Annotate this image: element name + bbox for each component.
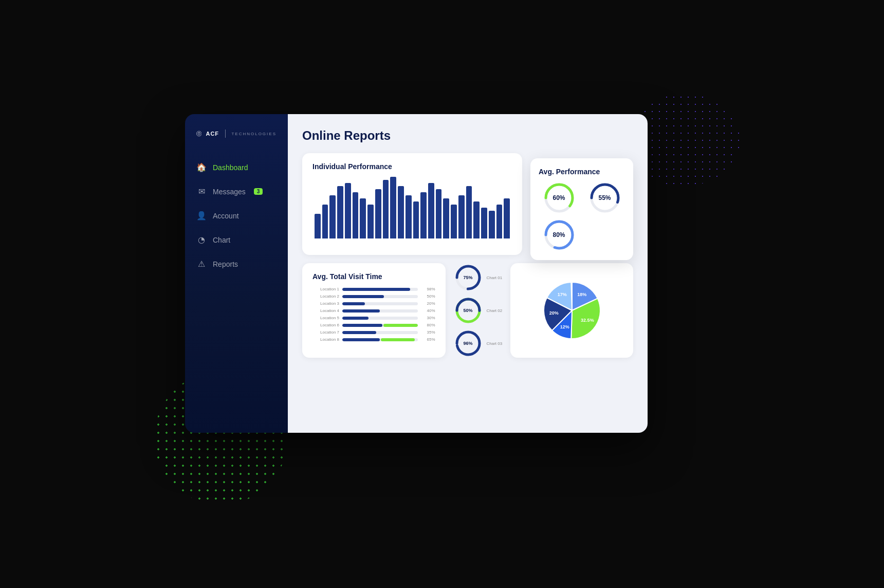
h-bar-pct-5: 80% xyxy=(421,323,435,327)
h-bar-pct-2: 20% xyxy=(421,301,435,306)
bar-2 xyxy=(329,195,336,238)
h-bar-pct-4: 30% xyxy=(421,316,435,320)
acf-logo-icon xyxy=(196,126,201,141)
h-bar-row-3: Location 4 40% xyxy=(312,308,435,313)
page-title: Online Reports xyxy=(302,128,633,143)
bar-15 xyxy=(428,183,434,238)
pie-label-3: 20% xyxy=(549,310,558,316)
mini-donut-label-1: 50% xyxy=(464,308,473,313)
logo-sub: TECHNOLOGIES xyxy=(231,132,277,136)
circle-label-1: 55% xyxy=(598,194,611,201)
mail-icon: ✉ xyxy=(196,187,207,196)
bar-18 xyxy=(451,205,457,238)
bar-5 xyxy=(353,192,359,238)
h-bar-fill-blue-4 xyxy=(342,317,369,320)
bar-24 xyxy=(496,205,503,238)
h-bar-track-4 xyxy=(342,317,418,320)
h-bar-fill-green-5 xyxy=(383,324,418,327)
pie-chart-card: 18%32.5%12%20%17% xyxy=(510,263,633,358)
mini-donut-caption-1: Chart 02 xyxy=(487,308,503,313)
bar-10 xyxy=(390,177,396,238)
h-bar-fill-blue-6 xyxy=(342,331,376,334)
bar-4 xyxy=(345,183,351,238)
mini-donut-1: 50% xyxy=(454,296,483,325)
visit-time-card: Avg. Total Visit Time Location 1 98% Loc… xyxy=(302,263,446,358)
bar-0 xyxy=(315,214,321,238)
reports-icon: ⚠ xyxy=(196,259,207,269)
individual-performance-card: Individual Performance xyxy=(302,153,522,255)
h-bar-label-5: Location 6 xyxy=(312,323,339,327)
circle-label-0: 60% xyxy=(552,194,565,201)
circles-grid: 60% 55% 80% xyxy=(539,182,625,251)
bar-23 xyxy=(489,211,495,238)
sidebar-item-reports[interactable]: ⚠ Reports xyxy=(185,253,288,275)
mini-donut-caption-2: Chart 03 xyxy=(487,341,503,346)
bar-16 xyxy=(436,189,442,238)
bar-1 xyxy=(322,205,328,238)
h-bar-label-7: Location 8 xyxy=(312,337,339,342)
h-bar-label-4: Location 5 xyxy=(312,316,339,320)
h-bar-list: Location 1 98% Location 2 50% Location 3… xyxy=(312,287,435,342)
h-bar-row-4: Location 5 30% xyxy=(312,316,435,320)
sidebar-item-messages[interactable]: ✉ Messages 3 xyxy=(185,180,288,203)
visit-time-title: Avg. Total Visit Time xyxy=(312,272,435,281)
home-icon: 🏠 xyxy=(196,162,207,172)
bar-3 xyxy=(337,186,343,238)
nav-items: 🏠 Dashboard ✉ Messages 3 👤 Account ◔ Cha… xyxy=(185,156,288,275)
bar-11 xyxy=(398,186,404,238)
bar-13 xyxy=(413,201,419,238)
h-bar-label-1: Location 2 xyxy=(312,294,339,299)
h-bar-pct-6: 35% xyxy=(421,330,435,335)
pie-label-2: 12% xyxy=(560,324,569,329)
sidebar-item-label-messages: Messages xyxy=(213,188,246,196)
h-bar-fill-blue-3 xyxy=(342,309,380,313)
h-bar-fill-blue-5 xyxy=(342,324,382,327)
h-bar-fill-blue-2 xyxy=(342,302,365,305)
avg-performance-title: Avg. Performance xyxy=(539,168,625,176)
pie-label-1: 32.5% xyxy=(581,318,594,323)
mini-donut-2: 96% xyxy=(454,329,483,358)
bar-7 xyxy=(367,205,374,238)
mini-donut-label-2: 96% xyxy=(464,341,473,346)
page-wrapper: ACF TECHNOLOGIES 🏠 Dashboard ✉ Messages … xyxy=(185,114,699,474)
top-row: Individual Performance Avg. Performance … xyxy=(302,153,633,255)
bar-17 xyxy=(443,198,449,238)
logo-text: ACF xyxy=(206,131,219,137)
sidebar-item-dashboard[interactable]: 🏠 Dashboard xyxy=(185,156,288,178)
bar-6 xyxy=(360,198,366,238)
circle-wrap-2: 80% xyxy=(543,219,575,251)
mini-donut-label-0: 75% xyxy=(464,275,473,280)
h-bar-pct-3: 40% xyxy=(421,308,435,313)
sidebar-item-label-reports: Reports xyxy=(213,260,238,268)
main-content: Online Reports Individual Performance Av… xyxy=(288,114,648,433)
user-icon: 👤 xyxy=(196,211,207,220)
sidebar: ACF TECHNOLOGIES 🏠 Dashboard ✉ Messages … xyxy=(185,114,288,433)
h-bar-row-2: Location 3 20% xyxy=(312,301,435,306)
chart-icon: ◔ xyxy=(196,235,207,245)
bar-20 xyxy=(466,186,472,238)
circle-item-0: 60% xyxy=(539,182,579,214)
bottom-row: Avg. Total Visit Time Location 1 98% Loc… xyxy=(302,263,633,358)
h-bar-fill-blue-1 xyxy=(342,295,384,298)
mini-donut-0: 75% xyxy=(454,263,483,292)
h-bar-track-5 xyxy=(342,324,418,327)
h-bar-label-2: Location 3 xyxy=(312,301,339,306)
avg-performance-card: Avg. Performance 60% 55% 80% xyxy=(530,158,633,260)
circle-wrap-0: 60% xyxy=(543,182,575,214)
h-bar-row-5: Location 6 80% xyxy=(312,323,435,327)
messages-badge: 3 xyxy=(254,188,263,195)
bar-9 xyxy=(383,180,389,238)
h-bar-row-7: Location 8 65% xyxy=(312,337,435,342)
sidebar-item-account[interactable]: 👤 Account xyxy=(185,205,288,227)
circle-item-1: 55% xyxy=(584,182,625,214)
h-bar-track-1 xyxy=(342,295,418,298)
h-bar-track-0 xyxy=(342,288,418,291)
circle-wrap-1: 55% xyxy=(589,182,621,214)
h-bar-row-1: Location 2 50% xyxy=(312,294,435,299)
h-bar-track-3 xyxy=(342,309,418,313)
donut-col: 75% Chart 01 50% Chart 02 96% Chart 03 xyxy=(454,263,503,358)
pie-label-4: 17% xyxy=(557,292,566,297)
sidebar-item-chart[interactable]: ◔ Chart xyxy=(185,229,288,251)
mini-donut-wrap-1: 50% Chart 02 xyxy=(454,296,503,325)
pie-label-0: 18% xyxy=(577,292,586,297)
